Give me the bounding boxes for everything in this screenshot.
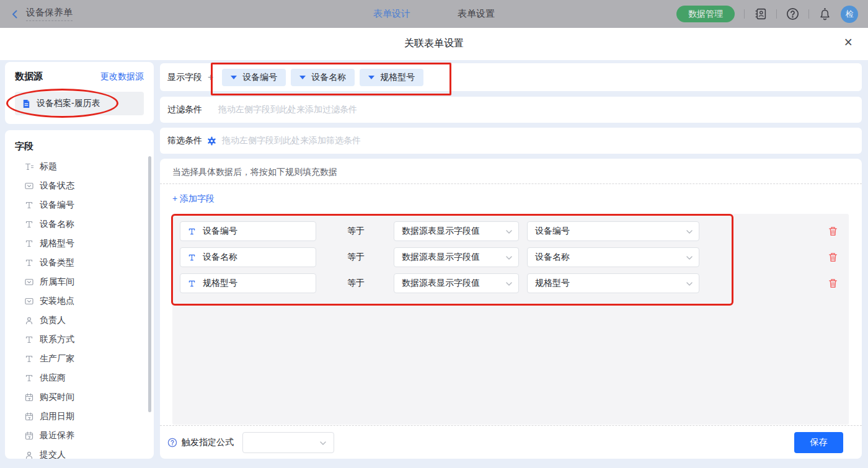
display-field-tag[interactable]: 规格型号 <box>360 69 423 86</box>
text-icon <box>188 254 196 262</box>
chevron-down-icon <box>686 282 693 286</box>
add-field-link[interactable]: + 添加字段 <box>172 193 215 205</box>
fields-card: 字段 标题 设备状态 设备编号 设备名称 规格型号 设备类型 所属车间 安装地点… <box>5 130 154 459</box>
filter-drop-placeholder: 拖动左侧字段到此处来添加过滤条件 <box>218 104 357 115</box>
tab-form-design[interactable]: 表单设计 <box>373 8 410 20</box>
save-button[interactable]: 保存 <box>794 432 843 453</box>
text-icon <box>188 280 196 288</box>
tab-form-settings[interactable]: 表单设置 <box>458 8 495 20</box>
field-item-label: 设备类型 <box>40 257 74 268</box>
text-icon <box>25 374 33 382</box>
screen-condition-row[interactable]: 筛选条件 拖动左侧字段到此处来添加筛选条件 <box>160 128 862 154</box>
field-item-label: 标题 <box>40 161 57 172</box>
fields-title: 字段 <box>5 130 154 157</box>
screen-drop-placeholder: 拖动左侧字段到此处来添加筛选条件 <box>222 135 361 146</box>
address-book-icon[interactable] <box>754 7 767 20</box>
rule-source-dropdown[interactable]: 数据源表显示字段值 <box>394 273 519 293</box>
field-item[interactable]: 购买时间 <box>5 387 154 407</box>
rule-source-dropdown[interactable]: 数据源表显示字段值 <box>394 247 519 267</box>
fill-rules-hint: 当选择具体数据后，将按如下规则填充数据 <box>160 159 862 178</box>
display-fields-label: 显示字段 <box>167 72 202 83</box>
add-display-field-button[interactable]: + <box>208 72 213 83</box>
chevron-down-icon <box>506 256 512 260</box>
field-item-label: 负责人 <box>40 315 66 326</box>
datasource-title: 数据源 <box>15 71 43 82</box>
field-item[interactable]: 所属车间 <box>5 272 154 291</box>
rule-row: 设备编号 等于 数据源表显示字段值 设备编号 <box>180 221 838 241</box>
user-icon <box>25 451 33 459</box>
rule-source-dropdown[interactable]: 数据源表显示字段值 <box>394 221 519 241</box>
rule-value-dropdown[interactable]: 设备名称 <box>527 247 699 267</box>
rule-value-dropdown[interactable]: 设备编号 <box>527 221 699 241</box>
rule-row: 设备名称 等于 数据源表显示字段值 设备名称 <box>180 247 838 267</box>
field-item-label: 提交人 <box>40 449 66 459</box>
rule-operator: 等于 <box>347 252 366 263</box>
fill-rules-card: 当选择具体数据后，将按如下规则填充数据 + 添加字段 设备编号 等于 数据源表显… <box>160 159 862 459</box>
help-icon[interactable] <box>786 7 799 20</box>
display-field-tag[interactable]: 设备编号 <box>222 69 286 86</box>
text-icon <box>25 201 33 210</box>
help-icon[interactable] <box>167 438 177 448</box>
divider <box>776 9 777 19</box>
rule-operator: 等于 <box>347 278 366 289</box>
rule-target-field[interactable]: 规格型号 <box>180 273 316 293</box>
field-item[interactable]: 供应商 <box>5 368 154 387</box>
field-item[interactable]: 设备编号 <box>5 195 154 214</box>
trash-icon[interactable] <box>828 252 838 263</box>
fields-scrollbar[interactable] <box>148 156 151 412</box>
text-icon <box>25 355 33 363</box>
formula-label: 触发指定公式 <box>182 437 234 448</box>
filter-condition-row[interactable]: 过滤条件 拖动左侧字段到此处来添加过滤条件 <box>160 97 862 123</box>
avatar[interactable]: 检 <box>841 6 858 23</box>
formula-select[interactable] <box>242 432 334 453</box>
date-icon <box>25 412 33 421</box>
field-item-label: 供应商 <box>40 373 66 384</box>
field-item[interactable]: 联系方式 <box>5 330 154 349</box>
rule-value-dropdown[interactable]: 规格型号 <box>527 273 699 293</box>
trash-icon[interactable] <box>828 226 838 237</box>
rule-target-field[interactable]: 设备编号 <box>180 221 316 241</box>
field-item-label: 设备名称 <box>40 219 74 230</box>
document-icon <box>22 99 31 108</box>
data-manage-button[interactable]: 数据管理 <box>676 6 735 22</box>
field-item[interactable]: 负责人 <box>5 311 154 330</box>
rules-panel: 设备编号 等于 数据源表显示字段值 设备编号 设备名称 等于 数据源表显示字段值… <box>172 214 849 425</box>
field-item[interactable]: 提交人 <box>5 445 154 459</box>
rule-operator: 等于 <box>347 226 366 237</box>
field-item-label: 设备状态 <box>40 180 74 192</box>
text-icon <box>25 220 33 229</box>
text-icon <box>188 227 196 236</box>
field-item-label: 启用日期 <box>40 411 74 422</box>
field-item[interactable]: 安装地点 <box>5 291 154 311</box>
field-item[interactable]: 设备状态 <box>5 176 154 195</box>
field-item[interactable]: 生产厂家 <box>5 349 154 368</box>
rule-source-value: 数据源表显示字段值 <box>402 278 480 289</box>
tag-label: 设备名称 <box>311 72 346 83</box>
chevron-down-icon <box>320 441 326 446</box>
field-item-label: 最近保养 <box>40 430 74 441</box>
display-field-tag[interactable]: 设备名称 <box>291 69 355 86</box>
field-item-label: 规格型号 <box>40 238 74 249</box>
datasource-card: 数据源 更改数据源 设备档案-履历表 <box>5 62 154 124</box>
modal-header: 关联表单设置 × <box>0 28 868 60</box>
topbar-actions: 数据管理 检 <box>676 0 858 28</box>
change-datasource-link[interactable]: 更改数据源 <box>100 71 144 82</box>
field-item-label: 联系方式 <box>40 334 74 345</box>
field-item[interactable]: 启用日期 <box>5 407 154 426</box>
rule-target-field[interactable]: 设备名称 <box>180 247 316 267</box>
gear-icon[interactable] <box>207 136 216 146</box>
field-item[interactable]: 规格型号 <box>5 234 154 253</box>
modal-footer: 触发指定公式 保存 <box>160 426 862 459</box>
close-icon[interactable]: × <box>844 33 852 51</box>
datasource-selected-item[interactable]: 设备档案-履历表 <box>15 92 144 115</box>
bell-icon[interactable] <box>818 7 831 20</box>
field-item[interactable]: 最近保养 <box>5 426 154 445</box>
rule-field-label: 规格型号 <box>203 278 237 289</box>
field-item[interactable]: 设备名称 <box>5 214 154 234</box>
user-icon <box>25 316 33 325</box>
chevron-down-icon <box>686 230 693 234</box>
field-item-label: 所属车间 <box>40 276 74 288</box>
field-item[interactable]: 设备类型 <box>5 253 154 272</box>
trash-icon[interactable] <box>828 278 838 289</box>
field-item[interactable]: 标题 <box>5 157 154 176</box>
